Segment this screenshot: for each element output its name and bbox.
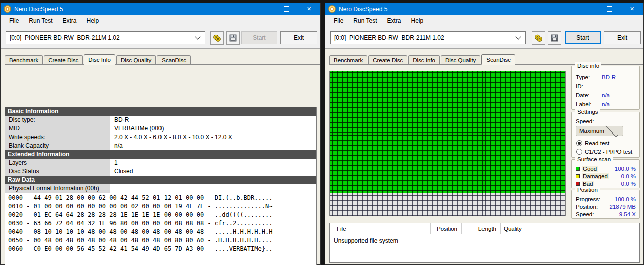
group-title: Settings [575, 108, 600, 116]
group-position: Position Progress:100.0 % Position:21879… [571, 190, 640, 219]
save-button[interactable] [226, 31, 240, 45]
drive-select[interactable]: [0:0] PIONEER BD-RW BDR-211M 1.02 [6, 31, 205, 44]
radio-label: Read test [585, 140, 609, 146]
exit-button[interactable]: Exit [280, 31, 317, 44]
exit-button[interactable]: Exit [604, 31, 641, 44]
info-value: BD-R [110, 116, 129, 124]
minimize-icon[interactable] [576, 3, 598, 15]
file-list-panel: File Position Length Quality Unsupported… [329, 223, 640, 263]
info-row: MID VERBATIMe (000) [5, 124, 316, 133]
disc-info-value: BD-R [602, 74, 616, 80]
toolbar: [0:0] PIONEER BD-RW BDR-211M 1.02 Start … [325, 26, 643, 49]
menu-bar: File Run Test Extra Help [1, 15, 320, 26]
good-color-swatch [576, 167, 580, 171]
hex-line: 0060 - C0 E0 00 00 56 45 52 42 41 54 49 … [5, 245, 316, 253]
surface-scan-grid [329, 71, 566, 216]
radio-read-test[interactable]: Read test [576, 140, 609, 147]
title-bar[interactable]: Nero DiscSpeed 5 [325, 3, 643, 15]
window-title: Nero DiscSpeed 5 [339, 6, 576, 13]
menu-help[interactable]: Help [407, 16, 428, 25]
start-button[interactable]: Start [241, 31, 277, 44]
radio-label: C1/C2 - PI/PO test [585, 149, 632, 155]
tab-scandisc[interactable]: ScanDisc [157, 55, 191, 64]
file-list-header: File Position Length Quality [330, 223, 639, 234]
group-title: Surface scan [575, 156, 613, 163]
speed-select-value: Maximum [576, 128, 604, 134]
tab-disc-info[interactable]: Disc Info [408, 55, 440, 64]
column-header-length[interactable]: Length [462, 223, 501, 234]
surface-scan-value: 0.0 % [621, 181, 636, 187]
speed-label: Speed: [576, 118, 594, 124]
menu-extra[interactable]: Extra [58, 16, 81, 25]
radio-icon[interactable] [576, 149, 582, 155]
column-header-quality[interactable]: Quality [501, 223, 523, 234]
burn-options-button[interactable] [532, 31, 545, 45]
radio-icon[interactable] [576, 140, 582, 146]
position-value: 9.54 X [619, 211, 636, 217]
maximize-icon[interactable] [598, 3, 621, 15]
window-title: Nero DiscSpeed 5 [14, 6, 253, 13]
tab-disc-quality[interactable]: Disc Quality [441, 55, 480, 64]
info-label: Disc type: [5, 116, 110, 124]
group-disc-info: Disc info Type:BD-R ID:- Date:n/a Label:… [571, 66, 640, 110]
tab-create-disc[interactable]: Create Disc [44, 55, 83, 64]
info-value: Closed [110, 167, 133, 176]
chevron-down-icon [195, 34, 200, 39]
start-button[interactable]: Start [565, 31, 601, 44]
tab-create-disc[interactable]: Create Disc [368, 55, 407, 64]
minimize-icon[interactable] [253, 3, 275, 15]
tab-benchmark[interactable]: Benchmark [5, 55, 43, 64]
hex-line: 0000 - 44 49 01 28 00 00 62 00 42 44 52 … [5, 194, 316, 202]
tab-benchmark[interactable]: Benchmark [329, 55, 367, 64]
hex-line: 0030 - 63 66 72 04 04 32 1E 96 80 00 00 … [5, 219, 316, 228]
menu-run-test[interactable]: Run Test [24, 16, 57, 25]
disc-info-label: Type: [576, 74, 590, 80]
hex-dump: 0000 - 44 49 01 28 00 00 62 00 42 44 52 … [5, 194, 316, 253]
title-bar[interactable]: Nero DiscSpeed 5 [1, 3, 320, 15]
surface-scan-value: 0.0 % [621, 173, 636, 179]
speed-select[interactable]: Maximum [576, 126, 623, 136]
window-scandisc: Nero DiscSpeed 5 File Run Test Extra Hel… [325, 3, 644, 265]
app-icon [4, 5, 11, 13]
info-label: MID [5, 124, 110, 133]
hex-line: 0010 - 01 00 00 00 00 00 00 00 00 02 00 … [5, 202, 316, 211]
toolbar: [0:0] PIONEER BD-RW BDR-211M 1.02 Start … [1, 26, 320, 49]
position-label: Progress: [576, 196, 600, 202]
info-row: Disc Status Closed [5, 167, 316, 176]
column-header-position[interactable]: Position [431, 223, 462, 234]
info-label: Disc Status [5, 167, 110, 176]
tab-disc-info[interactable]: Disc Info [84, 54, 115, 65]
disc-info-panel: Basic Information Disc type: BD-R MID VE… [5, 107, 317, 265]
burn-options-button[interactable] [210, 31, 224, 45]
disc-info-label: Label: [576, 101, 591, 107]
info-row: Blank Capacity n/a [5, 142, 316, 150]
group-title: Position [575, 186, 600, 194]
drive-select-value: [0:0] PIONEER BD-RW BDR-211M 1.02 [6, 34, 196, 41]
column-header-file[interactable]: File [330, 223, 431, 234]
info-row: Disc type: BD-R [5, 116, 316, 124]
tab-page-disc-info: Benchmark Create Disc Disc Info Disc Qua… [1, 49, 320, 264]
scan-grid-scanned [330, 71, 565, 193]
tab-scandisc[interactable]: ScanDisc [481, 54, 515, 65]
menu-extra[interactable]: Extra [382, 16, 405, 25]
maximize-icon[interactable] [275, 3, 298, 15]
radio-c1c2-pipo-test[interactable]: C1/C2 - PI/PO test [576, 148, 632, 155]
raw-data-subtitle: Physical Format Information (00h) [5, 184, 110, 193]
info-label: Blank Capacity [5, 142, 110, 150]
menu-file[interactable]: File [5, 16, 23, 25]
disc-info-value: - [602, 83, 604, 89]
close-icon[interactable] [621, 3, 643, 15]
damaged-color-swatch [576, 174, 580, 178]
menu-file[interactable]: File [329, 16, 348, 25]
hex-line: 0040 - 08 10 10 10 10 48 00 48 00 48 00 … [5, 228, 316, 236]
menu-run-test[interactable]: Run Test [349, 16, 381, 25]
group-title: Disc info [575, 62, 601, 70]
chevron-down-icon [605, 124, 618, 137]
save-button[interactable] [548, 31, 561, 45]
drive-select[interactable]: [0:0] PIONEER BD-RW BDR-211M 1.02 [330, 31, 526, 44]
menu-help[interactable]: Help [82, 16, 104, 25]
tab-disc-quality[interactable]: Disc Quality [116, 55, 156, 64]
close-icon[interactable] [298, 3, 320, 15]
disc-info-label: ID: [576, 83, 583, 89]
discs-icon [534, 34, 543, 42]
